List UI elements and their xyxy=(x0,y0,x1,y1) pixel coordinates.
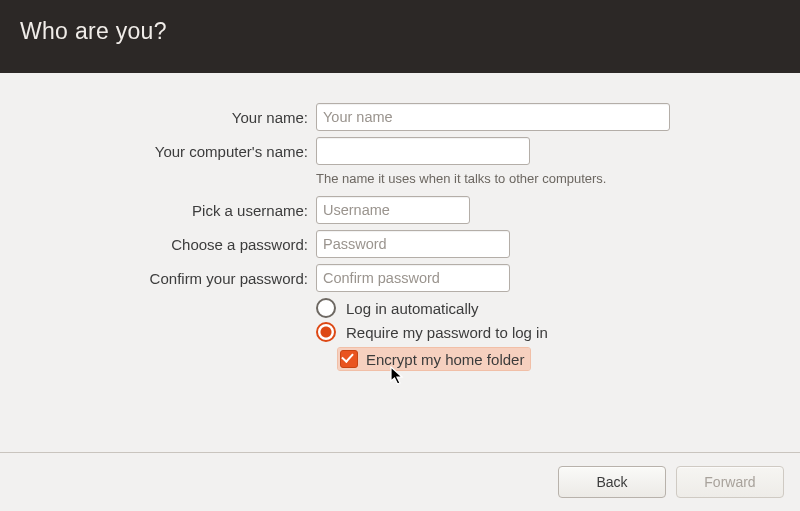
computer-name-hint: The name it uses when it talks to other … xyxy=(316,171,770,186)
login-auto-option[interactable]: Log in automatically xyxy=(316,298,770,318)
computer-name-label: Your computer's name: xyxy=(0,143,316,160)
radio-checked-icon xyxy=(316,322,336,342)
login-require-label: Require my password to log in xyxy=(346,324,548,341)
confirm-password-label: Confirm your password: xyxy=(0,270,316,287)
encrypt-home-option[interactable]: Encrypt my home folder xyxy=(338,348,530,370)
checkbox-checked-icon xyxy=(340,350,358,368)
login-require-option[interactable]: Require my password to log in xyxy=(316,322,770,342)
confirm-password-input[interactable] xyxy=(316,264,510,292)
svg-marker-0 xyxy=(391,367,402,384)
page-header: Who are you? xyxy=(0,0,800,73)
computer-name-input[interactable] xyxy=(316,137,530,165)
mouse-cursor-icon xyxy=(390,366,408,388)
page-title: Who are you? xyxy=(20,18,167,44)
username-input[interactable] xyxy=(316,196,470,224)
radio-unchecked-icon xyxy=(316,298,336,318)
back-button[interactable]: Back xyxy=(558,466,666,498)
forward-button: Forward xyxy=(676,466,784,498)
encrypt-home-label: Encrypt my home folder xyxy=(366,351,524,368)
username-label: Pick a username: xyxy=(0,202,316,219)
name-input[interactable] xyxy=(316,103,670,131)
name-label: Your name: xyxy=(0,109,316,126)
password-label: Choose a password: xyxy=(0,236,316,253)
wizard-footer: Back Forward xyxy=(0,452,800,511)
password-input[interactable] xyxy=(316,230,510,258)
user-setup-form: Your name: Your computer's name: The nam… xyxy=(0,73,800,372)
login-auto-label: Log in automatically xyxy=(346,300,479,317)
